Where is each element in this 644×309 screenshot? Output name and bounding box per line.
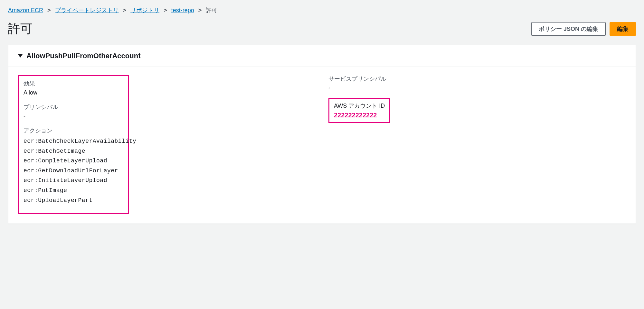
edit-button[interactable]: 編集 [610, 22, 636, 36]
aws-account-id-value: 222222222222 [334, 112, 385, 119]
action-label: アクション [24, 127, 124, 134]
effect-label: 効果 [24, 80, 124, 87]
action-item: ecr:InitiateLayerUpload [24, 176, 124, 186]
principal-label: プリンシパル [24, 103, 124, 111]
action-item: ecr:CompleteLayerUpload [24, 156, 124, 166]
breadcrumb-link[interactable]: Amazon ECR [8, 7, 43, 14]
breadcrumb-link[interactable]: リポジトリ [130, 7, 159, 14]
effect-value: Allow [24, 89, 124, 96]
right-highlight-box: AWS アカウント ID 222222222222 [328, 98, 390, 123]
caret-down-icon [18, 54, 23, 58]
service-principal-value: - [328, 85, 626, 91]
statement-name: AllowPushPullFromOtherAccount [26, 52, 140, 60]
chevron-right-icon: > [164, 7, 167, 14]
action-item: ecr:UploadLayerPart [24, 195, 124, 205]
policy-statement-panel: AllowPushPullFromOtherAccount 効果 Allow プ… [8, 45, 636, 224]
action-item: ecr:BatchCheckLayerAvailability [24, 136, 124, 146]
chevron-right-icon: > [123, 7, 127, 14]
left-highlight-box: 効果 Allow プリンシパル - アクション ecr:BatchCheckLa… [18, 75, 129, 214]
action-item: ecr:GetDownloadUrlForLayer [24, 166, 124, 176]
breadcrumb: Amazon ECR > プライベートレジストリ > リポジトリ > test-… [8, 6, 636, 14]
breadcrumb-link[interactable]: test-repo [171, 7, 194, 14]
action-list: ecr:BatchCheckLayerAvailability ecr:Batc… [24, 136, 124, 205]
aws-account-id-label: AWS アカウント ID [334, 102, 385, 110]
service-principal-label: サービスプリンシパル [328, 75, 626, 83]
edit-policy-json-button[interactable]: ポリシー JSON の編集 [531, 22, 606, 36]
chevron-right-icon: > [198, 7, 202, 14]
action-item: ecr:BatchGetImage [24, 146, 124, 156]
breadcrumb-current: 許可 [206, 7, 217, 14]
panel-header[interactable]: AllowPushPullFromOtherAccount [8, 45, 636, 67]
breadcrumb-link[interactable]: プライベートレジストリ [55, 7, 119, 14]
action-item: ecr:PutImage [24, 186, 124, 195]
principal-value: - [24, 113, 124, 120]
page-title: 許可 [8, 21, 33, 37]
chevron-right-icon: > [47, 7, 51, 14]
